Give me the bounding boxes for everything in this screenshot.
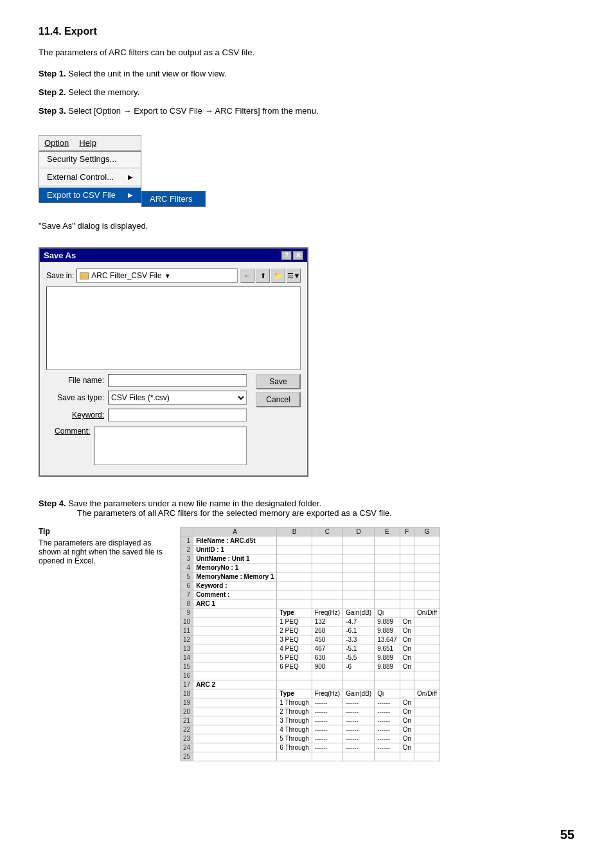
excel-col-b: B	[277, 527, 312, 536]
menu-option[interactable]: Option	[39, 137, 74, 149]
excel-cell: -6	[343, 662, 375, 671]
save-button[interactable]: Save	[256, 374, 301, 389]
excel-cell	[414, 743, 440, 752]
excel-row: 7Comment :	[181, 590, 440, 599]
excel-cell: -3.3	[343, 635, 375, 644]
menu-help[interactable]: Help	[74, 137, 102, 149]
menu-item-external[interactable]: External Control... ▶	[39, 170, 141, 184]
close-button[interactable]: ✕	[293, 251, 303, 260]
section-number: 11.4.	[39, 26, 62, 37]
excel-row: 5MemoryName : Memory 1	[181, 572, 440, 581]
excel-cell: 132	[312, 617, 342, 626]
file-name-row: File name:	[46, 374, 247, 387]
excel-cell: 900	[312, 662, 342, 671]
save-in-dropdown[interactable]: ARC Filter_CSV File ▼	[76, 269, 238, 283]
excel-cell: ARC 1	[193, 599, 277, 608]
submenu-export: ARC Filters	[141, 191, 206, 207]
tip-block: Tip The parameters are displayed as show…	[39, 527, 167, 761]
menu-item-export[interactable]: Export to CSV File ▶	[39, 188, 141, 202]
file-name-input[interactable]	[108, 374, 247, 387]
view-button[interactable]: ☰▼	[287, 269, 301, 283]
excel-cell	[414, 734, 440, 743]
excel-cell: 5 Through	[277, 734, 312, 743]
excel-cell: ------	[312, 698, 342, 707]
excel-cell	[400, 554, 414, 563]
help-button[interactable]: ?	[281, 251, 292, 260]
excel-cell	[193, 644, 277, 653]
excel-cell	[343, 680, 375, 689]
excel-cell	[375, 671, 400, 680]
excel-cell: 3 PEQ	[277, 635, 312, 644]
excel-cell: On	[400, 635, 414, 644]
excel-cell	[414, 725, 440, 734]
excel-row: 235 Through------------------On	[181, 734, 440, 743]
save-as-type-select[interactable]: CSV Files (*.csv)	[108, 391, 247, 405]
excel-cell	[193, 653, 277, 662]
file-area[interactable]	[46, 287, 301, 370]
comment-row: Comment:	[46, 425, 247, 465]
keyword-input[interactable]	[108, 409, 247, 421]
excel-row: 2UnitID : 1	[181, 545, 440, 554]
excel-cell	[277, 563, 312, 572]
excel-cell	[414, 671, 440, 680]
caption-text: "Save As" dialog is displayed.	[39, 221, 574, 231]
excel-row: 16	[181, 671, 440, 680]
excel-row: 224 Through------------------On	[181, 725, 440, 734]
excel-cell: 13.647	[375, 635, 400, 644]
excel-cell	[312, 590, 342, 599]
excel-cell: ------	[375, 743, 400, 752]
new-folder-button[interactable]: 📁	[271, 269, 285, 283]
excel-cell	[277, 554, 312, 563]
excel-cell	[312, 572, 342, 581]
up-button[interactable]: ⬆	[256, 269, 270, 283]
menu-item-security[interactable]: Security Settings...	[39, 152, 141, 166]
excel-cell	[312, 599, 342, 608]
back-button[interactable]: ←	[240, 269, 254, 283]
excel-cell	[277, 581, 312, 590]
excel-cell: 450	[312, 635, 342, 644]
excel-cell	[312, 554, 342, 563]
excel-header-row: A B C D E F G	[181, 527, 440, 536]
step4-main: Step 4. Save the parameters under a new …	[39, 499, 574, 518]
excel-cell	[414, 644, 440, 653]
excel-cell: On	[400, 734, 414, 743]
excel-table-container: A B C D E F G 1FileName : ARC.d5t2UnitID…	[180, 527, 440, 761]
excel-row: 25	[181, 752, 440, 761]
comment-textarea[interactable]	[94, 427, 247, 465]
section-name: Export	[64, 26, 97, 37]
menu-separator-2	[39, 186, 141, 186]
submenu-arc-filters[interactable]: ARC Filters	[142, 191, 205, 206]
excel-cell	[400, 752, 414, 761]
excel-cell	[277, 752, 312, 761]
excel-cell: On	[400, 707, 414, 716]
excel-cell	[400, 563, 414, 572]
excel-cell: ------	[375, 725, 400, 734]
excel-cell	[193, 608, 277, 617]
excel-cell	[375, 680, 400, 689]
excel-cell: ------	[312, 716, 342, 725]
excel-cell	[193, 626, 277, 635]
excel-cell	[312, 563, 342, 572]
excel-cell	[343, 581, 375, 590]
step-1: Step 1. Select the unit in the unit view…	[39, 69, 574, 78]
excel-row: 112 PEQ268-6.19.889On	[181, 626, 440, 635]
excel-cell: Comment :	[193, 590, 277, 599]
excel-cell: ------	[375, 698, 400, 707]
excel-cell	[193, 743, 277, 752]
excel-cell: Qi	[375, 689, 400, 698]
dialog-fields: File name: Save as type: CSV Files (*.cs…	[46, 374, 247, 469]
excel-cell	[414, 653, 440, 662]
excel-cell	[414, 617, 440, 626]
excel-cell	[414, 635, 440, 644]
excel-cell	[193, 662, 277, 671]
save-in-row: Save in: ARC Filter_CSV File ▼ ← ⬆ 📁 ☰▼	[46, 269, 301, 283]
dropdown-arrow: ▼	[164, 272, 171, 279]
excel-cell	[414, 581, 440, 590]
excel-row: 246 Through------------------On	[181, 743, 440, 752]
excel-cell	[312, 545, 342, 554]
excel-cell: 4 PEQ	[277, 644, 312, 653]
excel-row: 6Keyword :	[181, 581, 440, 590]
cancel-button[interactable]: Cancel	[256, 392, 301, 407]
excel-cell: 9.651	[375, 644, 400, 653]
step2-label: Step 2.	[39, 87, 66, 97]
